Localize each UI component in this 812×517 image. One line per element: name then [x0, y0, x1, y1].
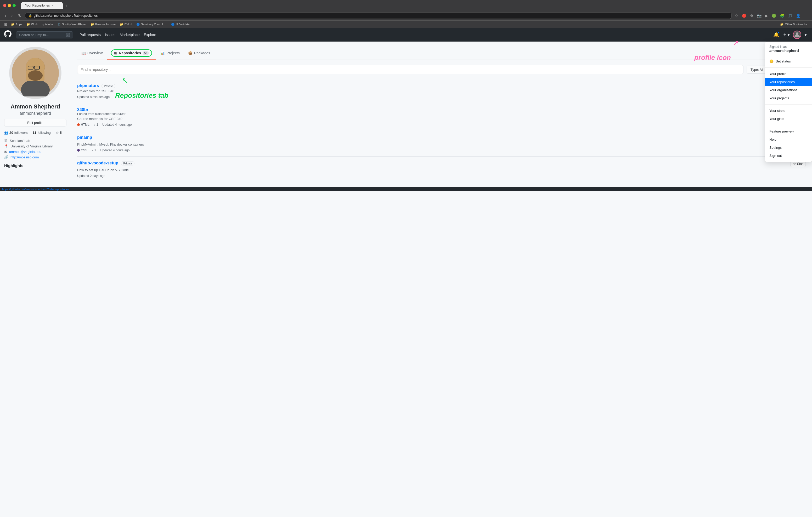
- minimize-window-button[interactable]: [8, 4, 11, 7]
- extension2-icon[interactable]: 🧩: [779, 13, 785, 18]
- repo-updated-pmamp: Updated 4 hours ago: [100, 149, 129, 152]
- other-bookmarks[interactable]: 📁 Other Bookmarks: [779, 22, 809, 27]
- quietube-label: quietube: [42, 23, 53, 26]
- refresh-button[interactable]: ↻: [17, 13, 23, 19]
- repo-search-input[interactable]: [77, 65, 744, 74]
- repos-label: Repositories: [119, 51, 141, 55]
- help-item[interactable]: Help: [765, 135, 812, 144]
- window-controls[interactable]: [3, 4, 16, 7]
- user-avatar[interactable]: [793, 31, 801, 39]
- repo-name-vscode[interactable]: github-vscode-setup: [77, 161, 118, 165]
- email-link[interactable]: ammon@virginia.edu: [9, 150, 41, 154]
- your-projects-item[interactable]: Your projects: [765, 94, 812, 102]
- active-tab[interactable]: Your Repositories ×: [21, 2, 63, 9]
- repo-lang-340br: HTML: [77, 123, 89, 126]
- byui-label: BYU-I: [124, 23, 132, 26]
- status-icon: 😊: [770, 59, 774, 63]
- your-profile-label: Your profile: [770, 72, 786, 76]
- profile-avatar: [9, 47, 61, 99]
- repo-updated-340br: Updated 4 hours ago: [102, 123, 132, 126]
- seminary-label: Seminary Zoom Li...: [141, 23, 167, 26]
- bookmark-novalidate[interactable]: 🔵 NoValidate: [170, 22, 191, 27]
- bookmark-seminary[interactable]: 🔵 Seminary Zoom Li...: [135, 22, 168, 27]
- repo-name-340br[interactable]: 340br: [77, 108, 88, 112]
- settings-item[interactable]: Settings: [765, 144, 812, 152]
- profile-name: Ammon Shepherd: [4, 103, 66, 110]
- green-circle-icon[interactable]: 🟢: [771, 13, 777, 18]
- nav-issues[interactable]: Issues: [105, 33, 115, 37]
- bookmark-work[interactable]: 📁 Work: [25, 22, 39, 27]
- tab-projects[interactable]: 📊 Projects: [156, 48, 184, 58]
- tab-packages[interactable]: 📦 Packages: [184, 48, 214, 58]
- menu-icon[interactable]: ⋮: [803, 13, 809, 18]
- search-bar[interactable]: Search or jump to... /: [16, 31, 73, 38]
- nav-pull-requests[interactable]: Pull requests: [80, 33, 101, 37]
- new-tab-button[interactable]: +: [63, 3, 70, 9]
- forward-button[interactable]: ›: [10, 13, 14, 19]
- star-icon[interactable]: ☆: [734, 13, 739, 18]
- seminary-icon: 🔵: [136, 23, 140, 26]
- new-button[interactable]: + ▾: [782, 31, 791, 39]
- following-link[interactable]: 11: [33, 131, 36, 134]
- bookmark-byui[interactable]: 📁 BYU-I: [118, 22, 134, 27]
- maximize-window-button[interactable]: [12, 4, 16, 7]
- search-shortcut: /: [66, 33, 70, 37]
- repo-name-phpmotors[interactable]: phpmotors: [77, 83, 99, 88]
- avatar-dropdown-button[interactable]: ▾: [803, 31, 808, 39]
- repo-item-header: pmamp ☆ Star: [77, 135, 806, 142]
- profile-icon[interactable]: 👤: [795, 13, 802, 18]
- tab-overview[interactable]: 📖 Overview: [77, 48, 107, 58]
- bookmark-spotify[interactable]: 🎵 Spotify Web Player: [56, 22, 88, 27]
- extension-icon[interactable]: 🔴: [741, 13, 747, 18]
- repo-updated-phpmotors: Updated 8 minutes ago: [77, 95, 110, 99]
- sign-out-item[interactable]: Sign out: [765, 152, 812, 160]
- browser-tabs: Your Repositories × +: [21, 2, 809, 9]
- back-button[interactable]: ‹: [3, 13, 7, 19]
- profile-website: 🔗 http://mossiso.com: [4, 155, 66, 159]
- github-logo[interactable]: [4, 30, 11, 39]
- stars-link[interactable]: 5: [60, 131, 62, 134]
- spotify-icon: 🎵: [57, 23, 61, 26]
- bookmark-apps[interactable]: 📁 Apps: [9, 22, 24, 27]
- your-stars-item[interactable]: Your stars: [765, 107, 812, 115]
- sign-out-label: Sign out: [770, 154, 782, 158]
- repo-item-header: 340br: [77, 108, 806, 112]
- notification-dot: [778, 31, 780, 33]
- your-repositories-item[interactable]: Your repositories: [765, 78, 812, 86]
- address-bar[interactable]: 🔒 github.com/ammonshepherd?tab=repositor…: [25, 12, 732, 19]
- browser-toolbar: ‹ › ↻ 🔒 github.com/ammonshepherd?tab=rep…: [0, 11, 812, 20]
- settings-icon[interactable]: ⚙: [749, 13, 754, 18]
- your-gists-item[interactable]: Your gists: [765, 115, 812, 123]
- your-profile-item[interactable]: Your profile: [765, 70, 812, 78]
- repo-meta-phpmotors: Updated 8 minutes ago: [77, 95, 806, 99]
- notifications-button[interactable]: 🔔: [772, 31, 780, 39]
- page-content: Ammon Shepherd ammonshepherd Edit profil…: [0, 41, 812, 187]
- bookmark-quietube[interactable]: quietube: [40, 22, 55, 26]
- apps-grid-icon[interactable]: ⊞: [3, 22, 8, 27]
- your-organizations-item[interactable]: Your organizations: [765, 86, 812, 94]
- close-window-button[interactable]: [3, 4, 6, 7]
- play-icon[interactable]: ▶: [764, 13, 769, 18]
- star-label: Star: [797, 162, 803, 166]
- profile-stats: 👥 20 followers · 11 following · ☆ 5: [4, 131, 66, 134]
- repo-name-pmamp[interactable]: pmamp: [77, 135, 92, 140]
- nav-explore[interactable]: Explore: [144, 33, 156, 37]
- nav-marketplace[interactable]: Marketplace: [120, 33, 139, 37]
- tab-repositories[interactable]: ⊞ Repositories 59: [107, 47, 156, 60]
- bookmark-passive[interactable]: 📁 Passive Income: [89, 22, 117, 27]
- work-label: Work: [31, 23, 38, 26]
- tab-close-button[interactable]: ×: [52, 4, 53, 7]
- feature-preview-item[interactable]: Feature preview: [765, 127, 812, 135]
- repo-item: github-vscode-setup Private ☆ Star How t…: [77, 157, 806, 182]
- highlights-section: Highlights: [4, 163, 66, 168]
- type-filter-label: Type: All: [751, 68, 763, 71]
- set-status-item[interactable]: 😊 Set status: [765, 57, 812, 65]
- followers-link[interactable]: 20: [9, 131, 13, 134]
- edit-profile-button[interactable]: Edit profile: [4, 119, 66, 126]
- apps-label: Apps: [16, 23, 22, 26]
- camera-icon[interactable]: 📷: [756, 13, 762, 18]
- byui-icon: 📁: [120, 23, 123, 26]
- media-icon[interactable]: 🎵: [787, 13, 793, 18]
- website-link[interactable]: http://mossiso.com: [10, 155, 39, 159]
- repo-item-header: github-vscode-setup Private ☆ Star: [77, 161, 806, 167]
